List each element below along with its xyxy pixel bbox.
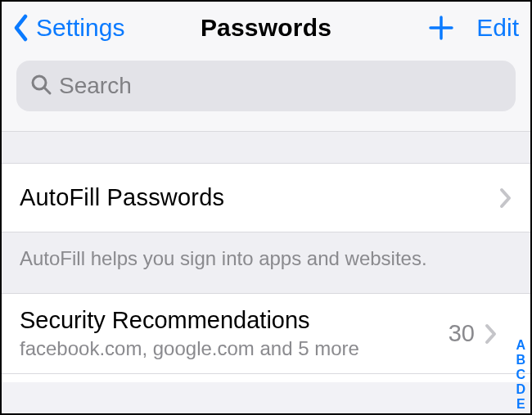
search-field[interactable] (16, 61, 516, 111)
autofill-label: AutoFill Passwords (20, 184, 224, 211)
add-button[interactable] (427, 14, 455, 42)
security-recommendations-row[interactable]: Security Recommendations facebook.com, g… (2, 294, 530, 374)
chevron-right-icon (485, 323, 498, 345)
section-spacer (2, 131, 530, 164)
row-peek (2, 374, 530, 382)
security-title: Security Recommendations (20, 307, 359, 334)
autofill-passwords-row[interactable]: AutoFill Passwords (2, 164, 530, 232)
index-letter[interactable]: B (516, 353, 525, 368)
svg-line-3 (44, 88, 50, 93)
plus-icon (427, 14, 455, 42)
edit-button[interactable]: Edit (476, 14, 519, 42)
chevron-right-icon (499, 187, 512, 209)
nav-bar: Settings Passwords Edit (2, 2, 530, 54)
index-letter[interactable]: A (516, 338, 525, 353)
page-title: Passwords (201, 14, 331, 42)
search-icon (29, 73, 52, 99)
security-count: 30 (449, 320, 475, 347)
index-letter[interactable]: D (516, 382, 525, 397)
index-letter[interactable]: E (516, 397, 525, 412)
search-wrap (2, 54, 530, 131)
section-index[interactable]: A B C D E (516, 338, 525, 412)
search-input[interactable] (59, 73, 503, 99)
security-subtitle: facebook.com, google.com and 5 more (20, 337, 359, 360)
chevron-left-icon (13, 14, 29, 42)
nav-back-label: Settings (36, 14, 124, 42)
index-letter[interactable]: C (516, 368, 525, 382)
autofill-footer: AutoFill helps you sign into apps and we… (2, 232, 530, 294)
nav-back[interactable]: Settings (13, 14, 160, 42)
